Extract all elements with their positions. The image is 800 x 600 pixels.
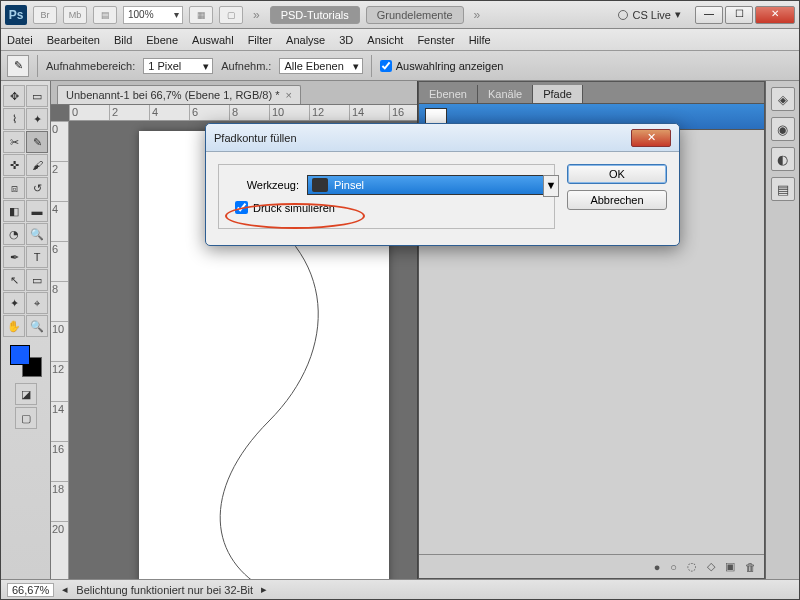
hand-tool[interactable]: ✋ (3, 315, 25, 337)
triangle-left-icon[interactable]: ◂ (62, 583, 68, 596)
minimize-button[interactable]: — (695, 6, 723, 24)
workspace-tab-active[interactable]: PSD-Tutorials (270, 6, 360, 24)
menu-ebene[interactable]: Ebene (146, 34, 178, 46)
trash-icon[interactable]: 🗑 (745, 561, 756, 573)
werkzeug-label: Werkzeug: (229, 179, 299, 191)
layers-panel-icon[interactable]: ▤ (771, 177, 795, 201)
wand-tool[interactable]: ✦ (26, 108, 48, 130)
screenmode-button[interactable]: ▢ (15, 407, 37, 429)
menu-bearbeiten[interactable]: Bearbeiten (47, 34, 100, 46)
doc-tab[interactable]: Unbenannt-1 bei 66,7% (Ebene 1, RGB/8) *… (57, 85, 301, 104)
new-path-icon[interactable]: ▣ (725, 560, 735, 573)
heal-tool[interactable]: ✜ (3, 154, 25, 176)
menu-bild[interactable]: Bild (114, 34, 132, 46)
arrange-icon[interactable]: ▤ (93, 6, 117, 24)
dialog-titlebar[interactable]: Pfadkontur füllen ✕ (206, 124, 679, 152)
cancel-button[interactable]: Abbrechen (567, 190, 667, 210)
aufnehm-select[interactable]: Alle Ebenen (279, 58, 362, 74)
options-bar: ✎ Aufnahmebereich: 1 Pixel Aufnehm.: All… (1, 51, 799, 81)
auswahlring-checkbox[interactable]: Auswahlring anzeigen (380, 60, 504, 72)
bridge-button[interactable]: Br (33, 6, 57, 24)
titlebar: Ps Br Mb ▤ 100% ▦ ▢ » PSD-Tutorials Grun… (1, 1, 799, 29)
menu-analyse[interactable]: Analyse (286, 34, 325, 46)
status-zoom[interactable]: 66,67% (7, 583, 54, 597)
druck-checkbox[interactable]: Druck simulieren (229, 201, 544, 214)
app-window: Ps Br Mb ▤ 100% ▦ ▢ » PSD-Tutorials Grun… (0, 0, 800, 600)
marquee-tool[interactable]: ▭ (26, 85, 48, 107)
screenmode-icon[interactable]: ▢ (219, 6, 243, 24)
path-tool[interactable]: ↖ (3, 269, 25, 291)
shape-tool[interactable]: ▭ (26, 269, 48, 291)
blur-tool[interactable]: ◔ (3, 223, 25, 245)
aufnahme-select[interactable]: 1 Pixel (143, 58, 213, 74)
dialog-content: Werkzeug: Pinsel Druck simulieren (218, 164, 555, 229)
cslive-button[interactable]: CS Live ▾ (618, 8, 681, 21)
camera-tool[interactable]: ⌖ (26, 292, 48, 314)
fill-path-icon[interactable]: ● (654, 561, 661, 573)
menu-datei[interactable]: Datei (7, 34, 33, 46)
workspace-tab[interactable]: Grundelemente (366, 6, 464, 24)
close-doc-icon[interactable]: × (285, 89, 291, 101)
chevrons-icon: » (249, 8, 264, 22)
menu-3d[interactable]: 3D (339, 34, 353, 46)
vector-icon[interactable]: ◇ (707, 560, 715, 573)
dialog-title: Pfadkontur füllen (214, 132, 297, 144)
selection-icon[interactable]: ◌ (687, 560, 697, 573)
type-tool[interactable]: T (26, 246, 48, 268)
menu-filter[interactable]: Filter (248, 34, 272, 46)
status-message: Belichtung funktioniert nur bei 32-Bit (76, 584, 253, 596)
aufnehm-label: Aufnehm.: (221, 60, 271, 72)
zoom-dropdown[interactable]: 100% (123, 6, 183, 24)
crop-tool[interactable]: ✂ (3, 131, 25, 153)
pen-tool[interactable]: ✒ (3, 246, 25, 268)
aufnahme-label: Aufnahmebereich: (46, 60, 135, 72)
tab-pfade[interactable]: Pfade (533, 85, 583, 103)
color-panel-icon[interactable]: ◈ (771, 87, 795, 111)
eyedropper-tool[interactable]: ✎ (26, 131, 48, 153)
move-tool[interactable]: ✥ (3, 85, 25, 107)
statusbar: 66,67% ◂ Belichtung funktioniert nur bei… (1, 579, 799, 599)
quickmask-button[interactable]: ◪ (15, 383, 37, 405)
close-button[interactable]: ✕ (755, 6, 795, 24)
eyedropper-icon[interactable]: ✎ (7, 55, 29, 77)
brush-tool[interactable]: 🖌 (26, 154, 48, 176)
swatches-panel-icon[interactable]: ◉ (771, 117, 795, 141)
menu-ansicht[interactable]: Ansicht (367, 34, 403, 46)
color-swatches[interactable] (10, 345, 42, 377)
dodge-tool[interactable]: 🔍 (26, 223, 48, 245)
stroke-path-icon[interactable]: ○ (670, 561, 677, 573)
dialog-close-button[interactable]: ✕ (631, 129, 671, 147)
menu-fenster[interactable]: Fenster (417, 34, 454, 46)
ok-button[interactable]: OK (567, 164, 667, 184)
history-tool[interactable]: ↺ (26, 177, 48, 199)
ruler-vertical: 02468101214161820 (51, 121, 69, 579)
minibridge-button[interactable]: Mb (63, 6, 87, 24)
stamp-tool[interactable]: ⧇ (3, 177, 25, 199)
werkzeug-select[interactable]: Pinsel (307, 175, 544, 195)
zoom-tool[interactable]: 🔍 (26, 315, 48, 337)
eraser-tool[interactable]: ◧ (3, 200, 25, 222)
adjust-panel-icon[interactable]: ◐ (771, 147, 795, 171)
lasso-tool[interactable]: ⌇ (3, 108, 25, 130)
3d-tool[interactable]: ✦ (3, 292, 25, 314)
tab-ebenen[interactable]: Ebenen (419, 85, 478, 103)
panel-footer: ● ○ ◌ ◇ ▣ 🗑 (419, 554, 764, 578)
menu-hilfe[interactable]: Hilfe (469, 34, 491, 46)
viewextras-icon[interactable]: ▦ (189, 6, 213, 24)
collapsed-panel-icons: ◈ ◉ ◐ ▤ (765, 81, 799, 579)
menubar: Datei Bearbeiten Bild Ebene Auswahl Filt… (1, 29, 799, 51)
tab-kanaele[interactable]: Kanäle (478, 85, 533, 103)
gradient-tool[interactable]: ▬ (26, 200, 48, 222)
maximize-button[interactable]: ☐ (725, 6, 753, 24)
dialog-pfadkontur: Pfadkontur füllen ✕ Werkzeug: Pinsel Dru… (205, 123, 680, 246)
ps-logo: Ps (5, 5, 27, 25)
menu-auswahl[interactable]: Auswahl (192, 34, 234, 46)
triangle-right-icon[interactable]: ▸ (261, 583, 267, 596)
chevrons-icon: » (470, 8, 485, 22)
toolbox: ✥▭ ⌇✦ ✂✎ ✜🖌 ⧇↺ ◧▬ ◔🔍 ✒T ↖▭ ✦⌖ ✋🔍 ◪ ▢ (1, 81, 51, 579)
